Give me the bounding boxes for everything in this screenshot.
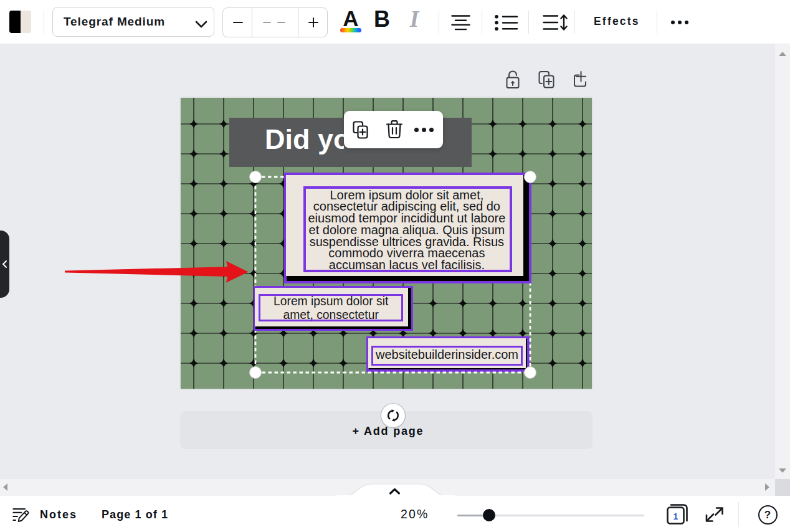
svg-text:1: 1 bbox=[673, 511, 678, 521]
